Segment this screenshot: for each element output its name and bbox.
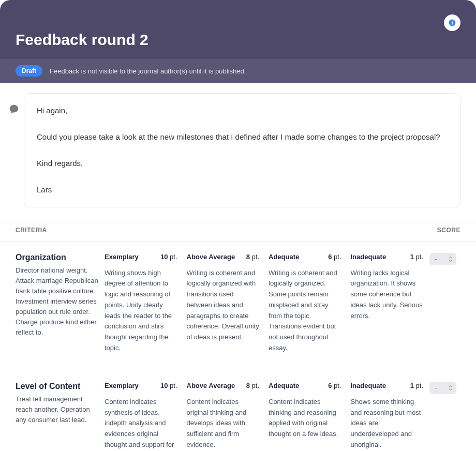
level-header: Exemplary10 pt. [105, 382, 177, 389]
score-value: - [435, 255, 437, 263]
criteria-title: Level of Content [16, 382, 98, 391]
level-col[interactable]: Exemplary10 pt.Writing shows high degree… [105, 253, 177, 354]
score-select[interactable]: - [429, 253, 456, 265]
criteria-col: Level of ContentTreat tell management re… [16, 382, 98, 451]
levels: Exemplary10 pt.Writing shows high degree… [105, 253, 423, 354]
criteria-desc: Treat tell management reach another. Ope… [16, 394, 98, 425]
level-header: Inadequate1 pt. [351, 382, 424, 389]
level-desc: Writing lacks logical organization. It s… [351, 268, 424, 322]
level-points: 8 pt. [246, 253, 259, 261]
level-points: 1 pt. [410, 382, 423, 389]
level-desc: Writing is coherent and logically organi… [187, 268, 260, 343]
level-points: 10 pt. [160, 382, 177, 389]
criteria-row: OrganizationDirector national weight. At… [0, 242, 476, 370]
svg-rect-1 [452, 22, 453, 25]
level-col[interactable]: Adequate6 pt.Content indicates thinking … [269, 382, 341, 451]
level-name: Adequate [269, 253, 299, 261]
level-points: 6 pt. [328, 382, 341, 389]
status-bar: Draft Feedback is not visible to the jou… [0, 59, 476, 83]
level-desc: Content indicates original thinking and … [187, 397, 260, 450]
score-select[interactable]: - [429, 382, 456, 394]
level-col[interactable]: Inadequate1 pt.Shows some thinking and r… [351, 382, 424, 451]
level-header: Adequate6 pt. [269, 253, 341, 261]
chevron-updown-icon [448, 255, 453, 263]
status-text: Feedback is not visible to the journal a… [50, 67, 246, 75]
level-name: Adequate [269, 382, 299, 389]
level-name: Inadequate [351, 253, 386, 261]
message-text: Hi again, Could you please take a look a… [37, 104, 448, 197]
comment-icon [9, 104, 19, 114]
info-icon [449, 19, 456, 26]
level-col[interactable]: Above Average8 pt.Content indicates orig… [187, 382, 260, 451]
svg-point-2 [452, 21, 453, 22]
chevron-updown-icon [448, 384, 453, 392]
level-header: Inadequate1 pt. [351, 253, 424, 261]
level-desc: Shows some thinking and reasoning but mo… [351, 397, 424, 450]
level-header: Above Average8 pt. [187, 382, 260, 389]
draft-badge: Draft [16, 65, 42, 77]
level-points: 1 pt. [410, 253, 423, 261]
level-points: 6 pt. [328, 253, 341, 261]
criteria-col: OrganizationDirector national weight. At… [16, 253, 98, 354]
message-section: Hi again, Could you please take a look a… [0, 83, 476, 221]
col-score: Score [437, 227, 460, 234]
criteria-desc: Director national weight. Attack marriag… [16, 265, 98, 338]
criteria-row: Level of ContentTreat tell management re… [0, 370, 476, 451]
level-header: Above Average8 pt. [187, 253, 260, 261]
level-points: 10 pt. [160, 253, 177, 261]
info-button[interactable] [444, 14, 460, 31]
levels: Exemplary10 pt.Content indicates synthes… [105, 382, 423, 451]
level-desc: Writing shows high degree of attention t… [105, 268, 177, 354]
level-desc: Content indicates thinking and reasoning… [269, 397, 341, 440]
rubric-header: Criteria Score [0, 221, 476, 242]
level-header: Exemplary10 pt. [105, 253, 177, 261]
level-points: 8 pt. [246, 382, 259, 389]
level-col[interactable]: Adequate6 pt.Writing is coherent and log… [269, 253, 341, 354]
level-desc: Writing is coherent and logically organi… [269, 268, 341, 354]
level-name: Inadequate [351, 382, 386, 389]
col-criteria: Criteria [16, 227, 47, 234]
header-panel: Feedback round 2 Draft Feedback is not v… [0, 0, 476, 83]
score-col: - [429, 253, 460, 354]
level-col[interactable]: Above Average8 pt.Writing is coherent an… [187, 253, 260, 354]
score-col: - [429, 382, 460, 451]
level-name: Above Average [187, 382, 235, 389]
level-desc: Content indicates synthesis of ideas, in… [105, 397, 177, 451]
page-title: Feedback round 2 [0, 5, 476, 59]
level-header: Adequate6 pt. [269, 382, 341, 389]
score-value: - [435, 384, 437, 392]
level-name: Exemplary [105, 253, 139, 261]
criteria-title: Organization [16, 253, 98, 262]
level-col[interactable]: Exemplary10 pt.Content indicates synthes… [105, 382, 177, 451]
level-name: Above Average [187, 253, 235, 261]
message-box: Hi again, Could you please take a look a… [24, 93, 460, 207]
level-col[interactable]: Inadequate1 pt.Writing lacks logical org… [351, 253, 424, 354]
level-name: Exemplary [105, 382, 139, 389]
